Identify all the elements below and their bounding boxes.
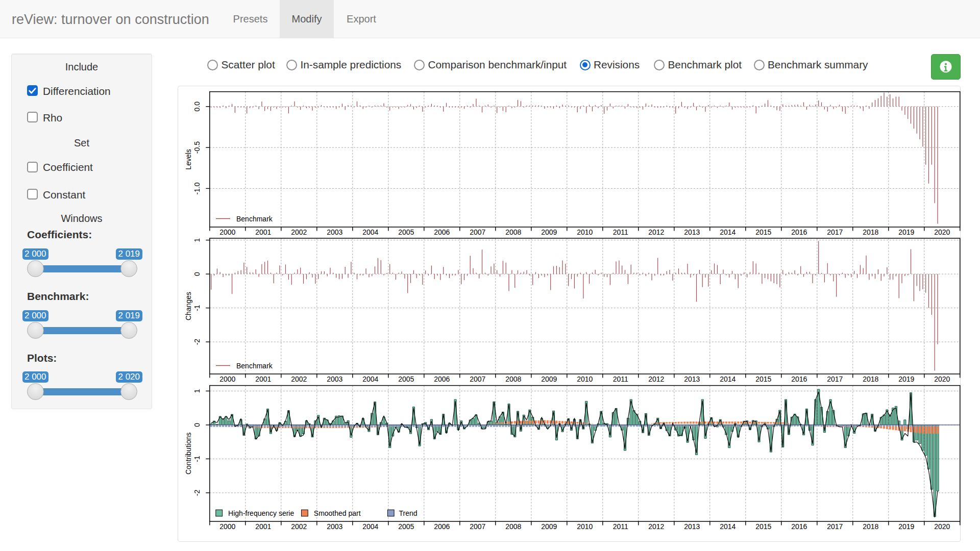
svg-text:2009: 2009 [541, 522, 557, 531]
svg-text:2003: 2003 [327, 375, 342, 383]
svg-text:2011: 2011 [612, 522, 628, 531]
svg-text:2017: 2017 [827, 375, 843, 383]
svg-text:2015: 2015 [755, 522, 771, 531]
svg-text:2008: 2008 [505, 228, 521, 236]
svg-text:Changes: Changes [184, 292, 192, 320]
svg-text:-0.5: -0.5 [193, 141, 201, 154]
svg-text:2016: 2016 [791, 522, 807, 531]
svg-text:-1: -1 [193, 305, 201, 311]
svg-text:2013: 2013 [684, 375, 700, 383]
svg-text:2013: 2013 [684, 228, 700, 236]
svg-text:2002: 2002 [291, 228, 307, 236]
svg-text:2002: 2002 [291, 522, 307, 531]
svg-text:Smoothed part: Smoothed part [313, 509, 360, 517]
svg-text:2001: 2001 [255, 228, 271, 236]
svg-text:Benchmark: Benchmark [236, 362, 273, 370]
svg-text:-2: -2 [193, 489, 201, 496]
svg-text:2012: 2012 [648, 522, 664, 531]
svg-text:High-frequency serie: High-frequency serie [228, 509, 294, 517]
svg-text:2007: 2007 [470, 228, 485, 236]
svg-text:2009: 2009 [541, 375, 557, 383]
svg-text:2020: 2020 [934, 375, 950, 383]
svg-text:1: 1 [193, 389, 201, 393]
svg-text:2005: 2005 [398, 522, 414, 531]
svg-text:Trend: Trend [399, 509, 417, 517]
svg-text:2016: 2016 [791, 375, 807, 383]
svg-text:2004: 2004 [362, 375, 378, 383]
svg-text:2000: 2000 [219, 375, 235, 383]
svg-text:Contributions: Contributions [184, 433, 192, 475]
svg-text:2010: 2010 [577, 228, 593, 236]
svg-text:2005: 2005 [398, 375, 414, 383]
svg-text:2010: 2010 [577, 375, 593, 383]
svg-text:2019: 2019 [898, 375, 914, 383]
svg-text:0.0: 0.0 [193, 102, 201, 112]
svg-text:2015: 2015 [755, 375, 771, 383]
svg-text:0: 0 [193, 272, 201, 276]
svg-text:2018: 2018 [863, 228, 878, 236]
svg-text:2005: 2005 [398, 228, 414, 236]
svg-text:2019: 2019 [898, 522, 914, 531]
svg-text:2016: 2016 [791, 228, 807, 236]
svg-text:2011: 2011 [612, 375, 628, 383]
svg-text:2004: 2004 [362, 522, 378, 531]
svg-text:2014: 2014 [720, 522, 736, 531]
svg-text:2001: 2001 [255, 522, 271, 531]
svg-text:-2: -2 [193, 339, 201, 345]
svg-text:2018: 2018 [863, 522, 878, 531]
svg-text:2019: 2019 [898, 228, 914, 236]
svg-text:2007: 2007 [470, 522, 485, 531]
svg-text:2014: 2014 [720, 228, 736, 236]
svg-text:-1.0: -1.0 [193, 182, 201, 194]
svg-text:0: 0 [193, 423, 201, 427]
svg-text:2003: 2003 [327, 522, 342, 531]
svg-text:2009: 2009 [541, 228, 557, 236]
svg-text:2001: 2001 [255, 375, 271, 383]
svg-text:2006: 2006 [434, 228, 450, 236]
svg-text:2014: 2014 [720, 375, 736, 383]
svg-text:Levels: Levels [184, 149, 192, 169]
svg-text:-1: -1 [193, 456, 201, 462]
svg-text:2000: 2000 [219, 522, 235, 531]
svg-text:2012: 2012 [648, 375, 664, 383]
svg-text:2007: 2007 [470, 375, 485, 383]
svg-text:2015: 2015 [755, 228, 771, 236]
svg-text:2020: 2020 [934, 228, 950, 236]
svg-text:2004: 2004 [362, 228, 378, 236]
svg-text:2012: 2012 [648, 228, 664, 236]
svg-text:2010: 2010 [577, 522, 593, 531]
svg-text:2013: 2013 [684, 522, 700, 531]
svg-text:Benchmark: Benchmark [236, 215, 273, 223]
svg-text:2008: 2008 [505, 522, 521, 531]
svg-text:2000: 2000 [219, 228, 235, 236]
svg-text:2011: 2011 [612, 228, 628, 236]
svg-text:1: 1 [193, 238, 201, 242]
svg-text:2017: 2017 [827, 228, 843, 236]
svg-text:2003: 2003 [327, 228, 342, 236]
svg-text:2017: 2017 [827, 522, 843, 531]
svg-text:2008: 2008 [505, 375, 521, 383]
svg-text:2002: 2002 [291, 375, 307, 383]
svg-text:2018: 2018 [863, 375, 878, 383]
svg-text:2020: 2020 [934, 522, 950, 531]
svg-text:2006: 2006 [434, 375, 450, 383]
svg-text:2006: 2006 [434, 522, 450, 531]
